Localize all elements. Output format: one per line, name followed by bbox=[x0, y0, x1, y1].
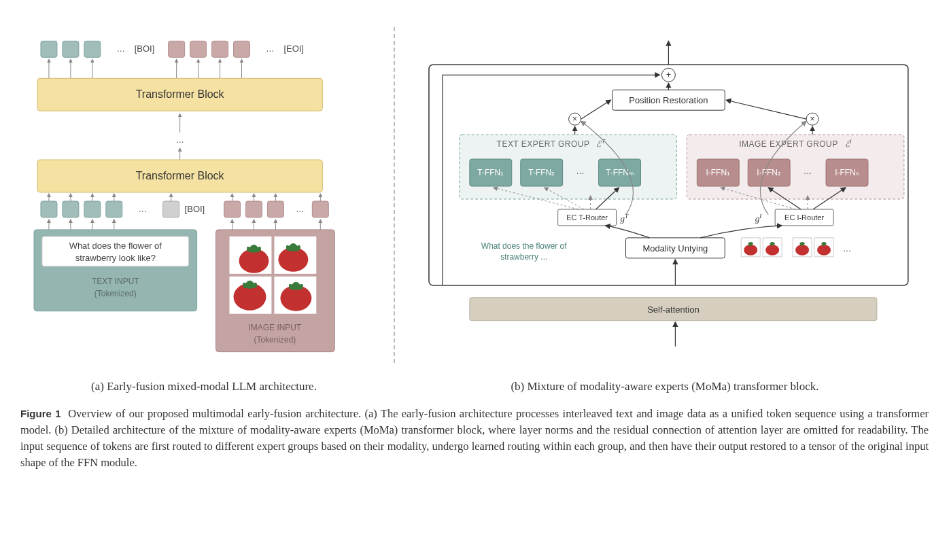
transformer-block-label: Transformer Block bbox=[136, 88, 224, 100]
ellipsis: ... bbox=[843, 243, 851, 253]
i-ffn-n-label: I-FFNₙ bbox=[835, 168, 859, 177]
boi-label: [BOI] bbox=[135, 43, 155, 54]
ec-i-router-label: EC I-Router bbox=[784, 213, 824, 222]
text-token-icon bbox=[106, 201, 122, 217]
arrows-top bbox=[49, 59, 242, 78]
self-attention-label: Self-attention bbox=[647, 304, 699, 315]
arrow-mult-to-pr-right bbox=[726, 100, 806, 119]
image-token-icon bbox=[224, 201, 241, 217]
boi-token-icon bbox=[163, 201, 179, 217]
arrows-img-to-tokens bbox=[232, 220, 321, 230]
image-token-icon bbox=[234, 41, 250, 57]
image-input-label1: IMAGE INPUT bbox=[249, 323, 302, 332]
eoi-label: [EOI] bbox=[283, 43, 304, 54]
arrows-into-lower bbox=[49, 194, 320, 201]
t-ffn-2-label: T-FFN₂ bbox=[528, 168, 555, 177]
text-input-label1: TEXT INPUT bbox=[92, 277, 139, 286]
ellipsis: ... bbox=[804, 165, 812, 176]
panel-a: ... [BOI] ... [EOI] bbox=[14, 14, 394, 377]
text-group-title: TEXT EXPERT GROUP ℰT bbox=[497, 138, 606, 149]
position-restoration-label: Position Restoration bbox=[629, 95, 708, 105]
modality-untying-label: Modality Untying bbox=[643, 243, 708, 253]
text-token-icon bbox=[84, 201, 101, 217]
diagrams-row: ... [BOI] ... [EOI] bbox=[14, 14, 935, 377]
figure-caption: Figure 1 Overview of our proposed multim… bbox=[14, 406, 935, 471]
i-ffn-1-label: I-FFN₁ bbox=[706, 168, 731, 177]
image-token-icon bbox=[169, 41, 185, 57]
image-token-icon bbox=[212, 41, 228, 57]
ec-t-router-label: EC T-Router bbox=[566, 213, 608, 222]
image-token-icon bbox=[267, 201, 283, 217]
text-token-icon bbox=[63, 41, 79, 57]
ellipsis: ... bbox=[176, 134, 184, 145]
subcaption-a: (a) Early-fusion mixed-modal LLM archite… bbox=[14, 380, 394, 393]
text-token-icon bbox=[41, 201, 57, 217]
text-prompt-line1: What does the flower of bbox=[69, 241, 162, 251]
image-group-title: IMAGE EXPERT GROUP ℰI bbox=[739, 138, 852, 149]
ellipsis: ... bbox=[296, 203, 305, 214]
i-ffn-2-label: I-FFN₂ bbox=[757, 168, 782, 177]
figure-caption-text: Overview of our proposed multimodal earl… bbox=[20, 407, 929, 469]
teal-text-line1: What does the flower of bbox=[481, 241, 567, 251]
image-token-icon bbox=[312, 201, 328, 217]
text-token-icon bbox=[41, 41, 57, 57]
mult-symbol: × bbox=[810, 114, 815, 124]
text-input-label2: (Tokenized) bbox=[94, 289, 137, 298]
svg-point-39 bbox=[817, 245, 831, 256]
svg-point-35 bbox=[765, 245, 779, 256]
g-i-label: gI bbox=[755, 213, 762, 224]
panel-b: + Position Restoration × × TEXT EXPERT G… bbox=[395, 14, 935, 377]
ellipsis: ... bbox=[117, 43, 125, 54]
subcaptions-row: (a) Early-fusion mixed-modal LLM archite… bbox=[14, 380, 935, 393]
t-ffn-1-label: T-FFN₁ bbox=[478, 168, 504, 177]
panel-a-svg: ... [BOI] ... [EOI] bbox=[27, 27, 373, 367]
svg-point-33 bbox=[744, 245, 757, 256]
output-tokens-row: ... [BOI] ... [EOI] bbox=[41, 41, 304, 57]
subcaption-b: (b) Mixture of modality-aware experts (M… bbox=[394, 380, 935, 393]
add-symbol: + bbox=[666, 70, 671, 80]
text-token-icon bbox=[84, 41, 101, 57]
arrows-text-to-tokens bbox=[49, 220, 114, 230]
text-prompt-line2: strawberry look like? bbox=[75, 253, 156, 263]
mult-symbol: × bbox=[572, 114, 577, 124]
panel-b-svg: + Position Restoration × × TEXT EXPERT G… bbox=[415, 27, 922, 367]
untying-to-trouter-arrow bbox=[606, 226, 650, 238]
ellipsis: ... bbox=[139, 203, 147, 214]
arrow-mult-to-pr-left bbox=[581, 100, 611, 119]
input-tokens-row: ... [BOI] ... bbox=[41, 201, 328, 217]
untying-to-irouter-arrow bbox=[701, 226, 782, 238]
strawberry-thumbs: ... bbox=[741, 238, 851, 257]
teal-text-line2: strawberry ... bbox=[500, 252, 547, 262]
ellipsis: ... bbox=[576, 165, 585, 176]
image-token-icon bbox=[190, 41, 207, 57]
text-token-icon bbox=[63, 201, 79, 217]
transformer-block-label: Transformer Block bbox=[136, 170, 224, 181]
svg-point-37 bbox=[795, 245, 809, 256]
figure-container: ... [BOI] ... [EOI] bbox=[14, 14, 935, 471]
ellipsis: ... bbox=[266, 43, 275, 54]
boi-mid-label: [BOI] bbox=[185, 204, 205, 214]
image-token-icon bbox=[245, 201, 262, 217]
figure-label: Figure 1 bbox=[20, 408, 61, 419]
image-input-label2: (Tokenized) bbox=[254, 335, 296, 345]
g-t-label: gT bbox=[621, 213, 629, 224]
